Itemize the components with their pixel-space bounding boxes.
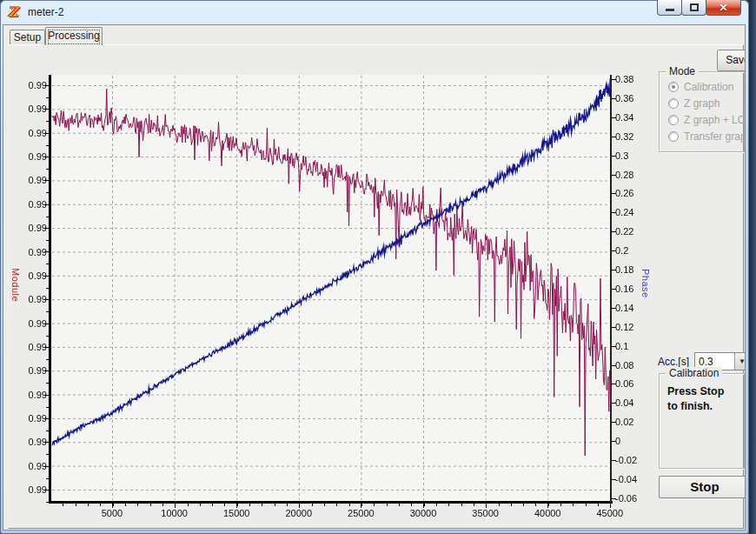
mode-group-title: Mode <box>666 65 699 77</box>
axis-tick-label: 0.12 <box>615 322 653 332</box>
axis-tick-label: 0.04 <box>615 397 653 408</box>
axis-tick-label: 0.26 <box>615 188 653 198</box>
axis-tick-label: 35000 <box>455 508 516 518</box>
axis-tick-label: -0.06 <box>615 493 653 504</box>
axis-tick-label: 40000 <box>517 508 578 518</box>
axis-tick-label: 0.99 <box>17 80 47 90</box>
radio-calibration-icon <box>668 82 679 92</box>
radio-z-graph[interactable]: Z graph <box>668 97 720 110</box>
axis-tick-label: -0.02 <box>615 455 653 465</box>
axis-tick-label: 0.99 <box>17 103 47 114</box>
mode-groupbox: Mode Calibration Z graph Z graph + LCR T… <box>659 71 745 152</box>
axis-tick-label: 0.24 <box>615 207 653 217</box>
axis-tick-label: 0.99 <box>17 437 47 447</box>
axis-tick-label: 5000 <box>82 508 143 518</box>
axis-tick-label: 0.99 <box>17 318 47 329</box>
axis-tick-label: 15000 <box>206 508 267 518</box>
minimize-icon <box>666 9 674 11</box>
axis-tick-label: 0.3 <box>615 150 653 161</box>
maximize-button[interactable] <box>681 0 706 16</box>
axis-tick-label: 0.36 <box>615 93 653 103</box>
acc-value: 0.3 <box>699 356 713 368</box>
axis-tick-label: 0.99 <box>17 247 47 257</box>
axis-tick-label: 0.1 <box>615 341 653 351</box>
axis-tick-label: 0.14 <box>615 303 653 313</box>
axis-tick-label: 0.99 <box>17 342 47 352</box>
axis-tick-label: 20000 <box>269 508 329 518</box>
axis-tick-label: 0.99 <box>17 484 47 495</box>
axis-tick-label: 0.02 <box>615 417 653 427</box>
axis-tick-label: 25000 <box>330 508 391 518</box>
radio-calibration-label: Calibration <box>684 81 733 93</box>
calibration-group-title: Calibration <box>666 367 722 379</box>
tab-setup[interactable]: Setup <box>10 30 45 44</box>
axis-tick-label: 0.99 <box>17 223 47 233</box>
axis-tick-label: 0.99 <box>17 413 47 424</box>
close-button[interactable]: ✕ <box>706 0 741 16</box>
radio-transfer-graph-icon <box>668 131 679 142</box>
axis-tick-label: 0.99 <box>17 270 47 281</box>
module-axis-title: Module <box>10 268 21 302</box>
axis-tick-label: 0.38 <box>615 74 653 84</box>
app-window: Z meter-2 ✕ Setup Processing 0.990.990.9… <box>0 0 749 534</box>
radio-z-graph-lcr-label: Z graph + LCR <box>684 114 746 126</box>
axis-tick-label: 0.06 <box>615 378 653 389</box>
save-button[interactable]: Save <box>717 50 746 71</box>
axis-tick-label: 0.99 <box>17 461 47 471</box>
axis-tick-label: 0.99 <box>17 151 47 162</box>
radio-z-graph-lcr[interactable]: Z graph + LCR <box>668 114 746 126</box>
axis-tick-label: 30000 <box>393 508 454 518</box>
axis-tick-label: 0.32 <box>615 131 653 142</box>
axis-tick-label: 0.99 <box>17 294 47 304</box>
axis-tick-label: 45000 <box>580 508 640 518</box>
chevron-down-icon[interactable]: ▼ <box>734 353 746 370</box>
axis-tick-label: 0.99 <box>17 365 47 376</box>
close-icon: ✕ <box>706 2 740 14</box>
axis-tick-label: 0 <box>615 436 653 446</box>
axis-tick-label: 0.99 <box>17 175 47 185</box>
stop-button[interactable]: Stop <box>659 476 746 498</box>
axis-tick-label: 0.08 <box>615 360 653 370</box>
radio-z-graph-label: Z graph <box>684 97 720 110</box>
radio-z-graph-lcr-icon <box>668 115 679 125</box>
app-z-icon: Z <box>8 4 23 19</box>
calibration-message: Press Stop to finish. <box>667 384 724 414</box>
window-title: meter-2 <box>28 6 63 18</box>
tab-processing[interactable]: Processing <box>45 27 103 45</box>
desktop-background <box>749 0 756 534</box>
processing-tab-page: 0.990.990.990.990.990.990.990.990.990.99… <box>8 44 744 529</box>
axis-tick-label: 0.99 <box>17 128 47 138</box>
axis-tick-label: 0.99 <box>17 199 47 210</box>
tab-focus-rect <box>48 30 100 44</box>
minimize-button[interactable] <box>657 0 682 16</box>
axis-tick-label: 0.2 <box>615 245 653 256</box>
radio-transfer-graph-label: Transfer graph <box>684 130 746 143</box>
acc-label: Acc.[s] <box>658 356 689 368</box>
phase-axis-title: Phase <box>640 269 651 298</box>
maximize-icon <box>690 3 699 11</box>
axis-tick-label: -0.04 <box>615 474 653 484</box>
calibration-groupbox: Calibration Press Stop to finish. <box>659 373 745 469</box>
radio-z-graph-icon <box>668 98 679 109</box>
calibration-message-line2: to finish. <box>667 399 724 414</box>
tab-setup-label: Setup <box>14 31 41 43</box>
calibration-message-line1: Press Stop <box>667 384 724 399</box>
radio-transfer-graph[interactable]: Transfer graph <box>668 130 746 143</box>
axis-tick-label: 10000 <box>144 508 205 518</box>
axis-tick-label: 0.28 <box>615 170 653 180</box>
title-bar[interactable]: Z meter-2 ✕ <box>0 0 749 24</box>
client-area: Setup Processing 0.990.990.990.990.990.9… <box>3 24 746 531</box>
dual-axis-chart <box>40 70 620 511</box>
axis-tick-label: 0.34 <box>615 112 653 123</box>
axis-tick-label: 0.99 <box>17 390 47 400</box>
radio-calibration[interactable]: Calibration <box>668 81 733 93</box>
axis-tick-label: 0.22 <box>615 226 653 237</box>
